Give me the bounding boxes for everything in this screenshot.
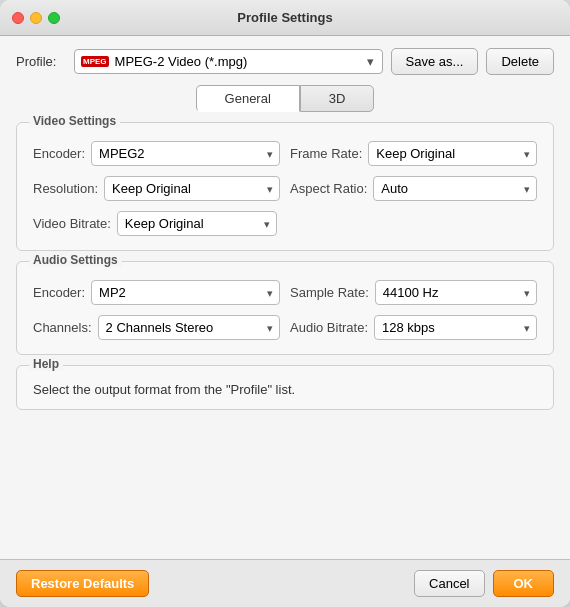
resolution-label: Resolution: (33, 181, 98, 196)
tab-general[interactable]: General (196, 85, 300, 112)
sample-rate-select[interactable]: 44100 Hz 22050 Hz 48000 Hz 96000 Hz (375, 280, 537, 305)
cancel-button[interactable]: Cancel (414, 570, 484, 597)
audio-bitrate-select[interactable]: 128 kbps 64 kbps 96 kbps 192 kbps 256 kb… (374, 315, 537, 340)
video-fields-grid: Encoder: MPEG2 MPEG4 H.264 H.265 Frame R… (33, 141, 537, 236)
audio-bitrate-field-row: Audio Bitrate: 128 kbps 64 kbps 96 kbps … (290, 315, 537, 340)
delete-button[interactable]: Delete (486, 48, 554, 75)
video-settings-title: Video Settings (29, 114, 120, 128)
help-text: Select the output format from the "Profi… (33, 382, 537, 397)
frame-rate-select[interactable]: Keep Original 23.976 24 25 29.97 30 (368, 141, 537, 166)
sample-rate-field-row: Sample Rate: 44100 Hz 22050 Hz 48000 Hz … (290, 280, 537, 305)
channels-field-row: Channels: 2 Channels Stereo 1 Channel Mo… (33, 315, 280, 340)
resolution-select[interactable]: Keep Original 320x240 640x480 1280x720 1… (104, 176, 280, 201)
video-bitrate-field-row: Video Bitrate: Keep Original 256 kbps 51… (33, 211, 537, 236)
aspect-ratio-label: Aspect Ratio: (290, 181, 367, 196)
encoder-label: Encoder: (33, 146, 85, 161)
minimize-button[interactable] (30, 12, 42, 24)
frame-rate-field-row: Frame Rate: Keep Original 23.976 24 25 2… (290, 141, 537, 166)
audio-encoder-select[interactable]: MP2 MP3 AAC AC3 (91, 280, 280, 305)
audio-encoder-field-row: Encoder: MP2 MP3 AAC AC3 (33, 280, 280, 305)
video-bitrate-select-wrapper: Keep Original 256 kbps 512 kbps 1 Mbps 2… (117, 211, 277, 236)
profile-label: Profile: (16, 54, 66, 69)
maximize-button[interactable] (48, 12, 60, 24)
aspect-ratio-field-row: Aspect Ratio: Auto 4:3 16:9 (290, 176, 537, 201)
channels-label: Channels: (33, 320, 92, 335)
titlebar-controls (12, 12, 60, 24)
sample-rate-label: Sample Rate: (290, 285, 369, 300)
audio-bitrate-label: Audio Bitrate: (290, 320, 368, 335)
bottom-bar: Restore Defaults Cancel OK (0, 559, 570, 607)
audio-bitrate-select-wrapper: 128 kbps 64 kbps 96 kbps 192 kbps 256 kb… (374, 315, 537, 340)
help-section: Help Select the output format from the "… (16, 365, 554, 410)
resolution-field-row: Resolution: Keep Original 320x240 640x48… (33, 176, 280, 201)
aspect-ratio-select-wrapper: Auto 4:3 16:9 (373, 176, 537, 201)
encoder-field-row: Encoder: MPEG2 MPEG4 H.264 H.265 (33, 141, 280, 166)
ok-button[interactable]: OK (493, 570, 555, 597)
channels-select-wrapper: 2 Channels Stereo 1 Channel Mono 5.1 Cha… (98, 315, 280, 340)
window: Profile Settings Profile: MPEG MPEG-2 Vi… (0, 0, 570, 607)
sample-rate-select-wrapper: 44100 Hz 22050 Hz 48000 Hz 96000 Hz (375, 280, 537, 305)
profile-dropdown[interactable]: MPEG MPEG-2 Video (*.mpg) (74, 49, 383, 74)
aspect-ratio-select[interactable]: Auto 4:3 16:9 (373, 176, 537, 201)
resolution-select-wrapper: Keep Original 320x240 640x480 1280x720 1… (104, 176, 280, 201)
frame-rate-select-wrapper: Keep Original 23.976 24 25 29.97 30 (368, 141, 537, 166)
video-settings-section: Video Settings Encoder: MPEG2 MPEG4 H.26… (16, 122, 554, 251)
restore-defaults-button[interactable]: Restore Defaults (16, 570, 149, 597)
encoder-select[interactable]: MPEG2 MPEG4 H.264 H.265 (91, 141, 280, 166)
audio-encoder-label: Encoder: (33, 285, 85, 300)
audio-encoder-select-wrapper: MP2 MP3 AAC AC3 (91, 280, 280, 305)
frame-rate-label: Frame Rate: (290, 146, 362, 161)
profile-row: Profile: MPEG MPEG-2 Video (*.mpg) Save … (16, 48, 554, 75)
channels-select[interactable]: 2 Channels Stereo 1 Channel Mono 5.1 Cha… (98, 315, 280, 340)
encoder-select-wrapper: MPEG2 MPEG4 H.264 H.265 (91, 141, 280, 166)
titlebar: Profile Settings (0, 0, 570, 36)
content-area: Profile: MPEG MPEG-2 Video (*.mpg) Save … (0, 36, 570, 559)
profile-selected-value: MPEG-2 Video (*.mpg) (115, 54, 248, 69)
tab-3d[interactable]: 3D (300, 85, 375, 112)
tab-bar: General 3D (16, 85, 554, 112)
video-bitrate-select[interactable]: Keep Original 256 kbps 512 kbps 1 Mbps 2… (117, 211, 277, 236)
audio-fields-grid: Encoder: MP2 MP3 AAC AC3 Sample Rate: (33, 280, 537, 340)
close-button[interactable] (12, 12, 24, 24)
help-title: Help (29, 357, 63, 371)
save-as-button[interactable]: Save as... (391, 48, 479, 75)
video-bitrate-label: Video Bitrate: (33, 216, 111, 231)
bottom-right-buttons: Cancel OK (414, 570, 554, 597)
window-title: Profile Settings (237, 10, 332, 25)
audio-settings-section: Audio Settings Encoder: MP2 MP3 AAC AC3 (16, 261, 554, 355)
mpeg-icon: MPEG (81, 56, 109, 67)
audio-settings-title: Audio Settings (29, 253, 122, 267)
